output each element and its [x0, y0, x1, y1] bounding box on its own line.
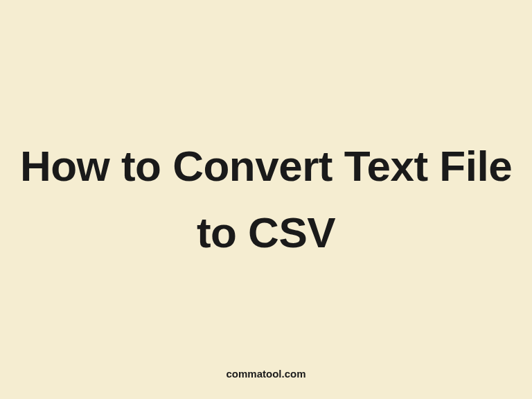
page-title: How to Convert Text File to CSV: [0, 133, 532, 266]
footer-attribution: commatool.com: [226, 368, 305, 380]
